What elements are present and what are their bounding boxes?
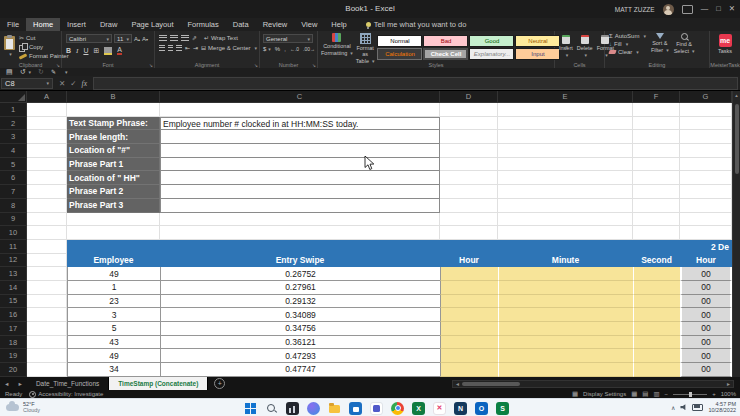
search-icon[interactable]	[265, 402, 278, 415]
header-hour-2[interactable]: Hour	[680, 254, 732, 268]
cell-F17[interactable]	[633, 322, 680, 336]
cell-B19[interactable]: 49	[67, 349, 160, 363]
cell[interactable]	[160, 103, 440, 117]
row-header-1[interactable]: 1	[0, 103, 27, 117]
tab-view[interactable]: View	[294, 18, 324, 31]
cell[interactable]	[27, 322, 67, 336]
cell[interactable]	[680, 213, 732, 227]
cell-style-normal[interactable]: Normal	[377, 35, 422, 47]
column-header-B[interactable]: B	[67, 91, 160, 103]
tasks-button[interactable]: me Tasks	[710, 31, 740, 54]
file-explorer-icon[interactable]	[328, 402, 341, 415]
start-button-icon[interactable]	[244, 402, 257, 415]
cell-E14[interactable]	[498, 281, 633, 295]
cell-F20[interactable]	[633, 363, 680, 377]
cell[interactable]	[680, 103, 732, 117]
cell[interactable]	[633, 130, 680, 144]
pen-mode-icon[interactable]: ✎	[51, 68, 56, 76]
store-app-icon[interactable]	[349, 402, 362, 415]
row-header-7[interactable]: 7	[0, 185, 27, 199]
header-second[interactable]: Second	[633, 254, 680, 268]
cell-style-input[interactable]: Input	[515, 48, 560, 60]
sort-filter-button[interactable]: Sort & Filter▾	[651, 33, 669, 53]
cell[interactable]	[27, 144, 67, 158]
cell[interactable]	[440, 171, 498, 185]
decrease-indent-button[interactable]: ⇤	[185, 44, 190, 51]
sheet-tab-date-time-functions[interactable]: Date_Time_Functions	[27, 377, 109, 390]
tab-help[interactable]: Help	[324, 18, 353, 31]
horizontal-scroll-thumb[interactable]	[462, 382, 520, 386]
cell[interactable]	[498, 117, 633, 131]
cell-D14[interactable]	[440, 281, 498, 295]
page-break-view-icon[interactable]: ▥	[653, 390, 659, 398]
cell[interactable]	[27, 171, 67, 185]
cell-G16[interactable]: 00	[680, 308, 732, 322]
cell[interactable]	[498, 103, 633, 117]
cell-C16[interactable]: 0.34089	[160, 308, 440, 322]
cell[interactable]	[440, 226, 498, 240]
row-header-19[interactable]: 19	[0, 349, 27, 363]
cell[interactable]	[440, 199, 498, 213]
cell-B13[interactable]: 49	[67, 267, 160, 281]
vertical-scrollbar[interactable]: ▲	[732, 91, 740, 377]
cell[interactable]	[27, 336, 67, 350]
row-header-9[interactable]: 9	[0, 213, 27, 227]
row-header-2[interactable]: 2	[0, 117, 27, 131]
vertical-scroll-thumb[interactable]	[735, 104, 739, 174]
align-middle-icon[interactable]	[170, 35, 178, 41]
borders-button[interactable]: ⊞	[93, 47, 99, 55]
cell-D13[interactable]	[440, 267, 498, 281]
cell[interactable]	[440, 158, 498, 172]
cell[interactable]	[160, 226, 440, 240]
row-header-6[interactable]: 6	[0, 171, 27, 185]
cell[interactable]	[498, 130, 633, 144]
cell-F18[interactable]	[633, 336, 680, 350]
tab-file[interactable]: File	[0, 18, 26, 31]
navy-app-icon[interactable]: N	[454, 402, 467, 415]
bold-button[interactable]: B	[66, 47, 71, 54]
cell-style-check-cell[interactable]: Check Cell	[423, 48, 468, 60]
cell-C4[interactable]	[160, 144, 440, 158]
italic-button[interactable]: I	[76, 47, 78, 55]
cell[interactable]	[498, 185, 633, 199]
cell-style-good[interactable]: Good	[469, 35, 514, 47]
cell-C17[interactable]: 0.34756	[160, 322, 440, 336]
cell[interactable]	[498, 226, 633, 240]
header-employee[interactable]: Employee	[67, 254, 160, 268]
tell-me-box[interactable]: Tell me what you want to do	[366, 20, 467, 29]
user-avatar[interactable]	[663, 4, 674, 15]
cancel-icon[interactable]: ✕	[59, 79, 65, 88]
cell[interactable]	[27, 349, 67, 363]
tab-formulas[interactable]: Formulas	[181, 18, 226, 31]
cell[interactable]	[27, 308, 67, 322]
accessibility-status[interactable]: Accessibility: Investigate	[29, 391, 103, 398]
normal-view-icon[interactable]: ▦	[631, 390, 637, 398]
cell[interactable]	[27, 295, 67, 309]
outlook-icon[interactable]: O	[475, 402, 488, 415]
cell[interactable]	[633, 199, 680, 213]
format-as-table-button[interactable]: Format as Table▾	[356, 33, 375, 64]
cell-B3[interactable]: Phrase length:	[67, 130, 160, 144]
cell-style-explanatory[interactable]: Explanatory...	[469, 48, 514, 60]
cell[interactable]	[633, 144, 680, 158]
cell-G19[interactable]: 00	[680, 349, 732, 363]
cell-B2[interactable]: Text Stamp Phrase:	[67, 117, 160, 131]
minimize-button[interactable]: —	[701, 0, 709, 18]
name-box[interactable]: C8▾	[1, 78, 53, 89]
underline-button[interactable]: U	[83, 47, 88, 54]
row-header-3[interactable]: 3	[0, 130, 27, 144]
cell[interactable]	[498, 199, 633, 213]
page-layout-view-icon[interactable]: ▤	[642, 390, 648, 398]
paste-button[interactable]: ▾	[4, 36, 15, 57]
decrease-decimal-button[interactable]: .00→	[303, 46, 315, 52]
cell[interactable]	[633, 158, 680, 172]
weather-widget[interactable]: 52°F Cloudy	[6, 401, 40, 413]
cell-C5[interactable]	[160, 158, 440, 172]
merge-center-button[interactable]: ⊟Merge & Center▾	[201, 44, 257, 51]
cell[interactable]	[498, 158, 633, 172]
cell-C2[interactable]: Employee number # clocked in at HH:MM:SS…	[160, 117, 440, 131]
row-header-10[interactable]: 10	[0, 226, 27, 240]
insert-function-button[interactable]: fx	[82, 79, 87, 88]
align-right-icon[interactable]	[176, 45, 182, 51]
formula-input[interactable]	[93, 77, 738, 90]
